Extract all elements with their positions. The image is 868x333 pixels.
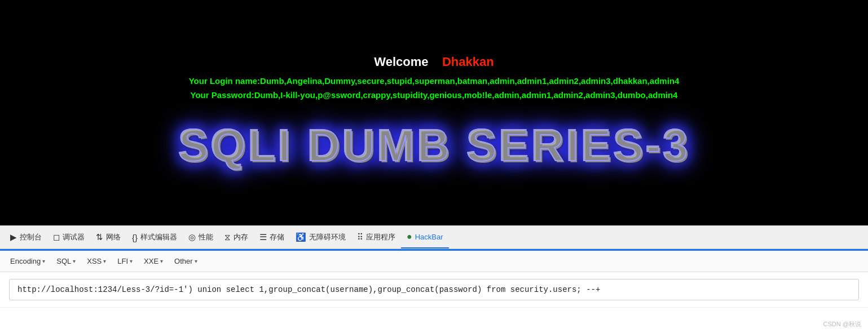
console-label: 控制台 (20, 232, 42, 242)
devtools-storage[interactable]: ☰ 存储 (254, 226, 290, 248)
memory-label: 内存 (233, 232, 248, 242)
encoding-label: Encoding (10, 257, 41, 265)
xxe-chevron: ▾ (160, 258, 163, 264)
hackbar-encoding[interactable]: Encoding ▾ (5, 251, 51, 272)
application-icon: ⠿ (357, 232, 363, 242)
url-input[interactable] (9, 279, 859, 300)
hackbar-xss[interactable]: XSS ▾ (81, 251, 112, 272)
login-info: Your Login name:Dumb,Angelina,Dummy,secu… (189, 74, 680, 103)
hackbar-sql[interactable]: SQL ▾ (51, 251, 81, 272)
application-label: 应用程序 (366, 232, 395, 242)
devtools-application[interactable]: ⠿ 应用程序 (351, 226, 401, 248)
memory-icon: ⧖ (224, 232, 231, 242)
devtools-accessibility[interactable]: ♿ 无障碍环境 (290, 226, 351, 248)
hackbar-lfi[interactable]: LFI ▾ (112, 251, 138, 272)
style-label: 样式编辑器 (140, 232, 177, 242)
xss-chevron: ▾ (103, 258, 106, 264)
username-text: Dhakkan (442, 55, 494, 69)
xss-label: XSS (87, 257, 102, 265)
main-content-area: Welcome Dhakkan Your Login name:Dumb,Ang… (0, 0, 868, 225)
sql-label: SQL (56, 257, 71, 265)
other-label: Other (174, 257, 193, 265)
devtools-style-editor[interactable]: {} 样式编辑器 (126, 226, 183, 248)
storage-label: 存储 (270, 232, 284, 242)
hackbar-icon: ● (407, 232, 412, 242)
hackbar-menu: Encoding ▾ SQL ▾ XSS ▾ LFI ▾ XXE ▾ Other… (0, 251, 868, 272)
title-block: SQLI DUMB SERIES-3 (178, 119, 690, 171)
storage-icon: ☰ (259, 232, 267, 242)
network-icon: ⇅ (96, 232, 103, 242)
hackbar-other[interactable]: Other ▾ (169, 251, 203, 272)
devtools-bar: ▶ 控制台 ◻ 调试器 ⇅ 网络 {} 样式编辑器 ◎ 性能 ⧖ 内存 ☰ 存储… (0, 225, 868, 249)
hackbar-xxe[interactable]: XXE ▾ (138, 251, 169, 272)
welcome-text: Welcome (374, 55, 428, 69)
devtools-network[interactable]: ⇅ 网络 (90, 226, 126, 248)
devtools-hackbar[interactable]: ● HackBar (401, 226, 449, 248)
lfi-label: LFI (117, 257, 128, 265)
network-label: 网络 (106, 232, 121, 242)
accessibility-label: 无障碍环境 (309, 232, 346, 242)
devtools-console[interactable]: ▶ 控制台 (5, 226, 47, 248)
devtools-debugger[interactable]: ◻ 调试器 (47, 226, 90, 248)
performance-label: 性能 (199, 232, 213, 242)
url-bar-container (0, 272, 868, 308)
performance-icon: ◎ (188, 232, 196, 242)
style-icon: {} (132, 233, 138, 242)
sql-chevron: ▾ (73, 258, 76, 264)
xxe-label: XXE (144, 257, 158, 265)
login-name-line: Your Login name:Dumb,Angelina,Dummy,secu… (189, 74, 680, 88)
page-title: SQLI DUMB SERIES-3 (178, 119, 690, 171)
devtools-memory[interactable]: ⧖ 内存 (219, 226, 254, 248)
encoding-chevron: ▾ (42, 258, 45, 264)
debugger-icon: ◻ (53, 232, 60, 242)
devtools-performance[interactable]: ◎ 性能 (183, 226, 219, 248)
password-line: Your Password:Dumb,I-kill-you,p@ssword,c… (189, 88, 680, 103)
lfi-chevron: ▾ (130, 258, 133, 264)
other-chevron: ▾ (195, 258, 197, 264)
debugger-label: 调试器 (63, 232, 85, 242)
welcome-line: Welcome Dhakkan (374, 55, 494, 69)
accessibility-icon: ♿ (296, 232, 306, 242)
console-icon: ▶ (10, 232, 17, 242)
hackbar-label: HackBar (415, 233, 443, 241)
